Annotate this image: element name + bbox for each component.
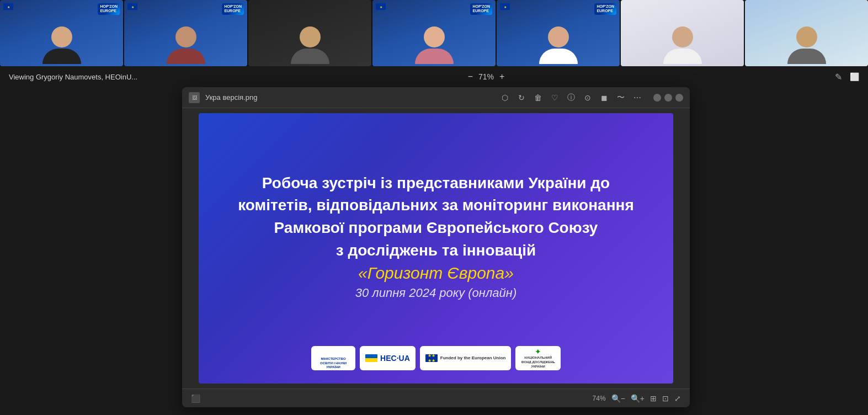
expand-icon[interactable]: ⤢	[674, 394, 681, 403]
presentation-slide: Робоча зустріч із представниками України…	[199, 113, 673, 384]
eu-flag-icon-2: ★	[127, 3, 137, 10]
shoulders-3	[291, 49, 329, 64]
avatar-6	[672, 26, 693, 47]
avatar-5	[548, 26, 569, 47]
participant-thumb-1[interactable]: ★ HOP'ZONEUROPE	[0, 0, 123, 66]
horizon-badge-5: HOP'ZONEUROPE	[594, 3, 616, 15]
horizon-badge-1: HOP'ZONEUROPE	[98, 3, 120, 15]
zoom-in-button[interactable]: +	[499, 72, 504, 82]
horizon-badge-4: HOP'ZONEUROPE	[470, 3, 492, 15]
eu-stars-icon: ★★★★	[425, 354, 438, 362]
shoulders-6	[663, 49, 702, 64]
avatar-4	[424, 26, 445, 47]
avatar-2	[175, 26, 196, 47]
slide-container: Робоча зустріч із представниками України…	[182, 108, 690, 389]
slide-date-text: 30 липня 2024 року (онлайн)	[355, 286, 516, 300]
rotate-action-button[interactable]: ↻	[515, 92, 528, 104]
ministry-logo: ⚙ МІНІСТЕРСТВООСВІТИ І НАУКИУКРАЇНИ	[311, 346, 355, 370]
minimize-button[interactable]	[653, 94, 661, 102]
zoom-out-button[interactable]: −	[468, 72, 473, 82]
shoulders-2	[167, 49, 205, 64]
maximize-button[interactable]	[664, 94, 672, 102]
pen-icon[interactable]: ✎	[835, 72, 842, 82]
participant-thumb-3[interactable]	[248, 0, 371, 66]
avatar-3	[300, 26, 321, 47]
eu-flag-icon-4: ★	[376, 3, 386, 10]
shoulders-5	[539, 49, 578, 64]
participant-thumb-6[interactable]	[621, 0, 744, 66]
filename-label: Укра версія.png	[205, 93, 493, 102]
bottom-zoom-info: 74% 🔍− 🔍+ ⊞ ⊡ ⤢	[593, 394, 681, 403]
delete-action-button[interactable]: 🗑	[532, 92, 544, 104]
slide-main-text: Робоча зустріч із представниками України…	[238, 172, 634, 262]
info-action-button[interactable]: ⓘ	[565, 92, 577, 104]
adjust-action-button[interactable]: ⊙	[582, 92, 594, 104]
participant-thumb-4[interactable]: ★ HOP'ZONEUROPE	[372, 0, 496, 66]
zoom-controls: − 71% +	[468, 72, 505, 82]
shoulders-1	[42, 49, 81, 64]
viewer-bar: Viewing Grygoriy Naumovets, HEOinU... − …	[0, 66, 868, 87]
avatar-7	[796, 26, 817, 47]
image-viewer-window: 🖼 Укра версія.png ⬡ ↻ 🗑 ♡ ⓘ ⊙ ◼ 〜 ⋯ Робо…	[182, 87, 690, 407]
window-controls	[653, 94, 683, 102]
funded-by-eu-logo: ★★★★ Funded by the European Union	[420, 346, 512, 370]
projector-icon[interactable]: ⬛	[191, 394, 200, 403]
more-action-button[interactable]: ⋯	[631, 92, 643, 104]
nfdu-logo: ✦ НАЦІОНАЛЬНИЙФОНД ДОСЛІДЖЕНЬУКРАЇНИ	[515, 346, 560, 370]
zoom-level-text: 71%	[478, 72, 494, 81]
participant-thumb-2[interactable]: ★ HOP'ZONEUROPE	[124, 0, 247, 66]
viewer-right-controls: ✎ ⬜	[835, 72, 859, 82]
grid-view-icon[interactable]: ⊡	[662, 394, 669, 403]
zoom-in-icon[interactable]: 🔍+	[631, 394, 645, 403]
funded-text: Funded by the European Union	[440, 355, 506, 361]
titlebar-action-buttons: ⬡ ↻ 🗑 ♡ ⓘ ⊙ ◼ 〜 ⋯	[499, 92, 643, 104]
zoom-out-icon[interactable]: 🔍−	[611, 394, 625, 403]
shoulders-4	[415, 49, 454, 64]
file-type-icon: 🖼	[189, 92, 200, 103]
participant-thumb-5[interactable]: ★ HOP'ZONEUROPE	[497, 0, 620, 66]
shoulders-7	[787, 49, 826, 64]
ukraine-flag-icon	[365, 354, 377, 362]
participant-thumb-7[interactable]	[745, 0, 868, 66]
avatar-1	[51, 26, 72, 47]
tag-action-button[interactable]: ◼	[598, 92, 610, 104]
monitor-icon[interactable]: ⬜	[850, 72, 859, 81]
heart-action-button[interactable]: ♡	[549, 92, 561, 104]
fit-view-icon[interactable]: ⊞	[650, 394, 657, 403]
viewer-bottom-bar: ⬛ 74% 🔍− 🔍+ ⊞ ⊡ ⤢	[182, 389, 690, 407]
share-action-button[interactable]: ⬡	[499, 92, 511, 104]
eu-flag-icon-1: ★	[3, 3, 13, 10]
eu-flag-icon-5: ★	[500, 3, 510, 10]
viewer-titlebar: 🖼 Укра версія.png ⬡ ↻ 🗑 ♡ ⓘ ⊙ ◼ 〜 ⋯	[182, 87, 690, 108]
close-window-button[interactable]	[675, 94, 683, 102]
bottom-zoom-level: 74%	[593, 395, 606, 402]
wave-action-button[interactable]: 〜	[615, 92, 627, 104]
slide-logo-row: ⚙ МІНІСТЕРСТВООСВІТИ І НАУКИУКРАЇНИ HEC·…	[311, 346, 561, 370]
neo-ua-logo: HEC·UA	[360, 346, 416, 370]
viewer-status-text: Viewing Grygoriy Naumovets, HEOinU...	[9, 73, 137, 81]
horizon-badge-2: HOP'ZONEUROPE	[222, 3, 244, 15]
participant-strip: ★ HOP'ZONEUROPE ★ HOP'ZONEUROPE	[0, 0, 868, 66]
slide-highlight-text: «Горизонт Європа»	[358, 264, 514, 283]
